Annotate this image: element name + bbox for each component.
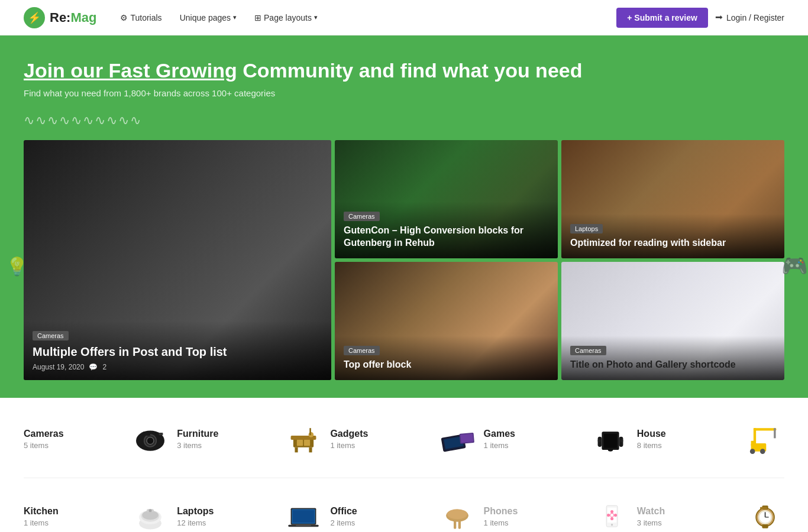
category-gadgets[interactable]: Gadgets 1 items [330, 416, 477, 463]
post-title-br1: Top offer block [344, 359, 549, 371]
svg-rect-47 [458, 520, 460, 528]
post-card-tr1[interactable]: Cameras GutenCon – High Conversion block… [335, 140, 558, 258]
nav-unique-pages[interactable]: Unique pages ▾ [180, 13, 237, 22]
svg-point-32 [760, 449, 765, 454]
category-house[interactable]: House 8 items [637, 416, 784, 463]
left-decoration: 💡 [6, 256, 28, 277]
category-house-name: House [637, 429, 737, 439]
submit-review-button[interactable]: + Submit a review [616, 8, 708, 28]
posts-grid: Cameras Multiple Offers in Post and Top … [24, 140, 784, 380]
post-title-br2: Title on Photo and Gallery shortcode [570, 359, 775, 371]
post-title-main: Multiple Offers in Post and Top list [33, 344, 322, 359]
category-furniture-name: Furniture [177, 429, 277, 439]
svg-rect-41 [293, 510, 314, 522]
nav-tutorials[interactable]: ⚙ Tutorials [120, 13, 161, 22]
category-games-count: 1 items [484, 441, 584, 450]
category-laptops-name: Laptops [177, 506, 277, 517]
hero-title: Join our Fast Growing Community and find… [24, 59, 784, 82]
category-office-count: 2 items [330, 518, 430, 527]
camera-icon [132, 423, 168, 456]
categories-grid: Cameras 5 items Furniture 3 items [24, 416, 784, 532]
category-gadgets-name: Gadgets [330, 429, 430, 439]
post-category-br2: Cameras [570, 346, 606, 355]
login-register-button[interactable]: ⮕ Login / Register [715, 13, 784, 22]
category-phones-name: Phones [484, 506, 584, 517]
nav-page-layouts[interactable]: ⊞ Page layouts ▾ [254, 13, 318, 22]
category-laptops-info: Laptops 12 items [177, 506, 277, 527]
category-kitchen-count: 1 items [24, 518, 124, 527]
post-overlay-br2: Cameras Title on Photo and Gallery short… [561, 336, 784, 380]
category-cameras-name: Cameras [24, 429, 124, 439]
navbar: ⚡ Re:Mag ⚙ Tutorials Unique pages ▾ ⊞ Pa… [0, 0, 808, 35]
post-card-br2[interactable]: Cameras Title on Photo and Gallery short… [561, 262, 784, 380]
svg-point-53 [610, 517, 613, 520]
svg-point-54 [607, 513, 610, 516]
svg-point-2 [147, 437, 154, 444]
category-office-name: Office [330, 506, 430, 517]
logo-text: Re:Mag [50, 10, 96, 25]
svg-rect-46 [454, 520, 456, 528]
furniture-icon [286, 423, 321, 456]
svg-rect-20 [604, 433, 617, 447]
svg-rect-4 [159, 432, 163, 434]
category-gadgets-info: Gadgets 1 items [330, 429, 430, 450]
svg-rect-17 [460, 433, 473, 442]
logo[interactable]: ⚡ Re:Mag [24, 7, 96, 28]
svg-rect-65 [763, 507, 767, 508]
category-games-name: Games [484, 429, 584, 439]
games-icon [593, 423, 628, 456]
kitchen-icon [132, 501, 168, 533]
svg-rect-3 [143, 432, 150, 436]
games-icon-wrap [590, 421, 631, 457]
svg-rect-9 [297, 439, 303, 445]
comment-count: 2 [102, 363, 106, 371]
comment-icon: 💬 [89, 363, 98, 371]
svg-point-25 [597, 439, 600, 442]
post-category-tr1: Cameras [344, 212, 380, 221]
category-cameras-info: Cameras 5 items [24, 429, 124, 450]
camera-icon-wrap [130, 421, 171, 457]
laptops-icon-wrap [283, 499, 324, 532]
house-icon-wrap [743, 421, 784, 457]
category-phones[interactable]: Phones 1 items [484, 493, 631, 532]
svg-point-56 [610, 513, 613, 516]
logo-icon: ⚡ [24, 7, 45, 28]
laptops-icon [286, 501, 321, 533]
category-games[interactable]: Games 1 items [484, 416, 631, 463]
chevron-down-icon: ▾ [233, 14, 237, 21]
category-furniture[interactable]: Furniture 3 items [177, 416, 324, 463]
category-house-count: 8 items [637, 441, 737, 450]
post-category-br1: Cameras [344, 346, 380, 355]
house-icon [746, 423, 781, 456]
category-watch-info: Watch 3 items [637, 506, 737, 527]
category-watch-name: Watch [637, 506, 737, 517]
category-cameras[interactable]: Cameras 5 items [24, 416, 171, 463]
svg-point-52 [610, 510, 613, 512]
chevron-down-icon: ▾ [314, 14, 318, 21]
category-house-info: House 8 items [637, 429, 737, 450]
gadgets-icon [439, 423, 475, 456]
category-office[interactable]: Office 2 items [330, 493, 477, 532]
category-watch[interactable]: Watch 3 items [637, 493, 784, 532]
category-laptops[interactable]: Laptops 12 items [177, 493, 324, 532]
post-card-main[interactable]: Cameras Multiple Offers in Post and Top … [24, 140, 331, 380]
post-meta: August 19, 2020 💬 2 [33, 363, 322, 371]
category-kitchen[interactable]: Kitchen 1 items [24, 493, 171, 532]
svg-rect-28 [754, 428, 756, 446]
post-card-tr2[interactable]: Laptops Optimized for reading with sideb… [561, 140, 784, 258]
svg-rect-8 [309, 447, 312, 452]
svg-point-50 [611, 524, 613, 525]
svg-rect-10 [304, 439, 310, 445]
kitchen-icon-wrap [130, 499, 171, 532]
gadgets-icon-wrap [437, 421, 478, 457]
category-watch-count: 3 items [637, 518, 737, 527]
post-title-tr2: Optimized for reading with sidebar [570, 237, 775, 249]
phones-icon [593, 501, 628, 533]
watch-icon-wrap [743, 499, 784, 532]
post-card-br1[interactable]: Cameras Top offer block [335, 262, 558, 380]
category-kitchen-info: Kitchen 1 items [24, 506, 124, 527]
right-decoration: 🎮 [781, 254, 808, 278]
svg-point-55 [614, 513, 617, 516]
login-icon: ⮕ [715, 13, 723, 22]
svg-point-21 [608, 448, 613, 451]
